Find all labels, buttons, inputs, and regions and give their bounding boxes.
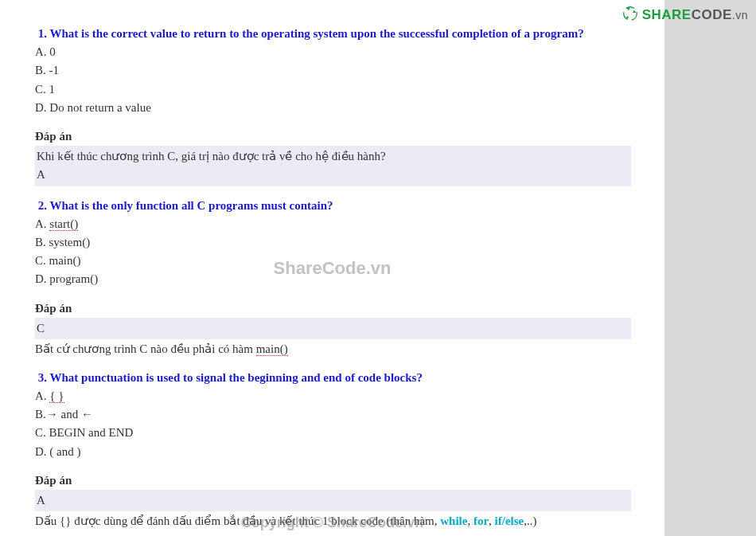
answer-box-2: C <box>35 318 631 339</box>
q2-opt-c: C. main() <box>35 252 629 270</box>
q1-num: 1. <box>38 27 47 40</box>
q3-explain: Dấu {} được dùng để đánh dấu điểm bắt đầ… <box>35 511 629 530</box>
q3-opt-d: D. ( and ) <box>35 443 629 461</box>
q1-opt-a: A. 0 <box>35 43 629 61</box>
svg-point-0 <box>623 7 637 21</box>
q3-opt-b: B.→ and ← <box>35 405 629 424</box>
q3-num: 3. <box>38 371 47 384</box>
brand-logo: SHARECODE.vn <box>622 5 748 25</box>
question-3: 3. What punctuation is used to signal th… <box>35 368 629 387</box>
q2-num: 2. <box>38 199 47 212</box>
q2-answer: C <box>37 319 629 338</box>
document-page: 1. What is the correct value to return t… <box>0 0 664 536</box>
q3-text: What punctuation is used to signal the b… <box>49 371 422 384</box>
q1-text: What is the correct value to return to t… <box>49 27 583 40</box>
question-1: 1. What is the correct value to return t… <box>35 24 629 43</box>
q1-opt-c: C. 1 <box>35 80 629 99</box>
answer-label-1: Đáp án <box>35 127 629 146</box>
q3-answer: A <box>37 491 629 510</box>
q1-answer: A <box>37 166 629 184</box>
q2-text: What is the only function all C programs… <box>49 199 333 212</box>
answer-label-3: Đáp án <box>35 471 629 490</box>
q3-opt-c: C. BEGIN and END <box>35 424 629 442</box>
recycle-icon <box>622 5 639 25</box>
q3-opt-a: A. { } <box>35 387 629 405</box>
q1-opt-b: B. -1 <box>35 61 629 80</box>
answer-box-1: Khi kết thúc chương trình C, giá trị nào… <box>35 146 631 186</box>
q2-opt-b: B. system() <box>35 233 629 252</box>
answer-label-2: Đáp án <box>35 299 629 318</box>
q2-opt-d: D. program() <box>35 270 629 288</box>
q2-explain: Bất cứ chương trình C nào đều phải có hà… <box>35 339 629 358</box>
question-2: 2. What is the only function all C progr… <box>35 196 629 215</box>
answer-box-3: A <box>35 490 631 511</box>
q2-opt-a: A. start() <box>35 215 629 233</box>
q1-opt-d: D. Do not return a value <box>35 99 629 117</box>
q1-explain: Khi kết thúc chương trình C, giá trị nào… <box>37 147 629 166</box>
brand-text: SHARECODE.vn <box>642 7 748 23</box>
